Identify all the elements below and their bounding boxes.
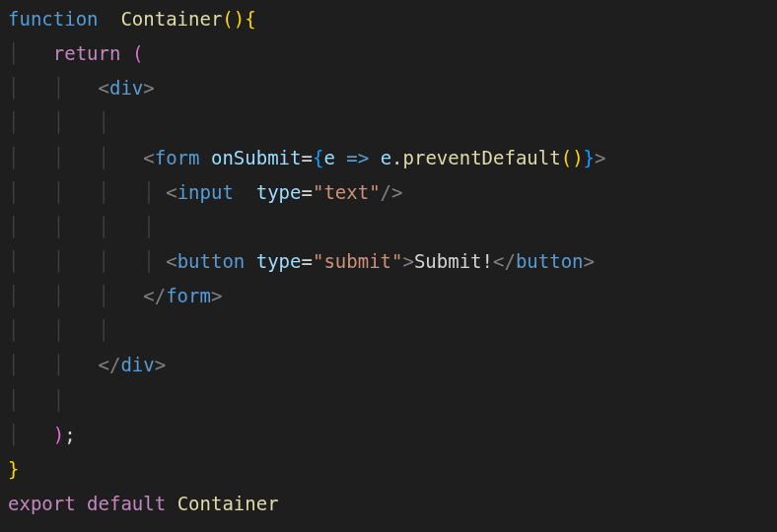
tag-bracket: <: [99, 77, 109, 99]
tag-bracket: <: [143, 147, 154, 168]
code-editor[interactable]: function Container(){ │ return ( │ │ <di…: [0, 0, 777, 523]
keyword-return: return: [53, 42, 121, 64]
tag-bracket: <: [166, 181, 177, 203]
tag-form: form: [166, 285, 211, 306]
tag-form: form: [155, 147, 200, 168]
semicolon: ;: [64, 424, 75, 445]
indent-guide: │ │ │: [8, 319, 109, 341]
paren-open: (: [222, 8, 233, 30]
paren-open: (: [561, 147, 572, 168]
equals: =: [301, 181, 312, 203]
tag-bracket: </: [493, 250, 516, 272]
indent-guide: │ │: [8, 77, 64, 99]
paren-close: ): [572, 147, 583, 168]
tag-bracket: />: [381, 181, 403, 203]
indent-guide: │ │: [8, 354, 64, 375]
paren-close: ): [234, 8, 245, 30]
arrow: =>: [346, 147, 369, 168]
indent-guide: │ │ │: [8, 285, 109, 306]
tag-input: input: [177, 181, 234, 203]
tag-bracket: >: [211, 285, 222, 306]
paren-open: (: [132, 42, 143, 64]
indent-guide: │ │ │: [8, 111, 109, 133]
tag-div: div: [120, 354, 154, 375]
indent-guide: │ │ │ │: [8, 181, 155, 203]
tag-button: button: [516, 250, 584, 272]
dot: .: [391, 147, 402, 168]
brace-open: {: [313, 147, 323, 168]
string-text: "text": [313, 181, 381, 203]
indent-guide: │: [8, 424, 19, 445]
keyword-default: default: [87, 493, 166, 514]
indent-guide: │ │: [8, 389, 64, 411]
tag-bracket: >: [584, 250, 595, 272]
tag-bracket: >: [595, 147, 605, 168]
param-e: e: [323, 147, 334, 168]
indent-guide: │ │ │: [8, 147, 109, 168]
tag-bracket: </: [99, 354, 121, 375]
tag-bracket: </: [143, 285, 166, 306]
tag-bracket: >: [402, 250, 413, 272]
paren-close: ): [53, 424, 64, 445]
function-name: Container: [120, 8, 222, 30]
attr-type: type: [256, 250, 302, 272]
indent-guide: │ │ │ │: [8, 250, 155, 272]
keyword-export: export: [8, 493, 76, 514]
indent-guide: │ │ │ │: [8, 216, 155, 237]
attr-onSubmit: onSubmit: [211, 147, 302, 168]
brace-close: }: [584, 147, 595, 168]
equals: =: [301, 250, 312, 272]
indent-guide: │: [8, 42, 19, 64]
param-e: e: [381, 147, 391, 168]
brace-close: }: [8, 458, 19, 480]
button-text: Submit!: [414, 250, 493, 272]
tag-bracket: <: [166, 250, 177, 272]
tag-bracket: >: [143, 77, 154, 99]
string-submit: "submit": [313, 250, 403, 272]
equals: =: [301, 147, 312, 168]
brace-open: {: [245, 8, 255, 30]
tag-button: button: [177, 250, 246, 272]
keyword-function: function: [8, 8, 99, 30]
tag-div: div: [109, 77, 143, 99]
attr-type: type: [256, 181, 302, 203]
tag-bracket: >: [155, 354, 166, 375]
method-preventDefault: preventDefault: [403, 147, 561, 168]
identifier-Container: Container: [177, 493, 279, 514]
